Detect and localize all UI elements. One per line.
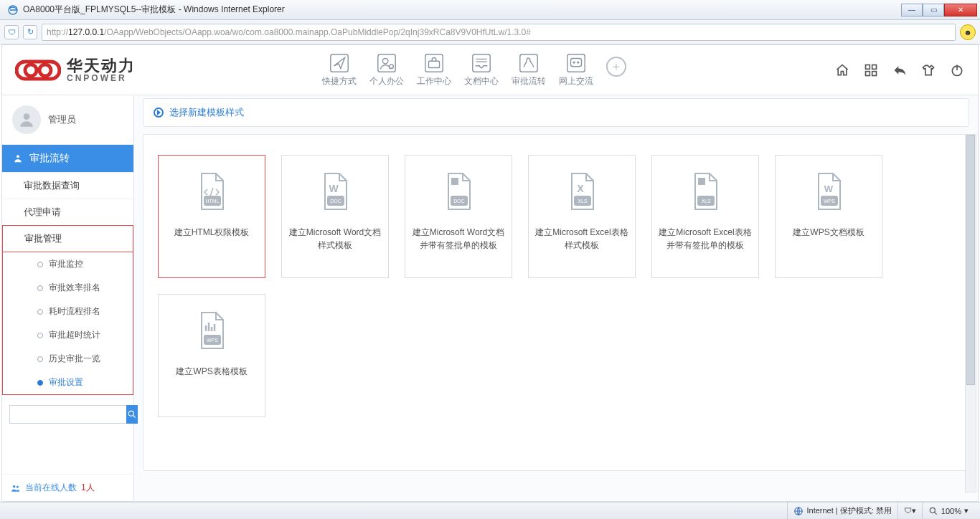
person-icon — [12, 153, 24, 164]
sidebar-item-query[interactable]: 审批数据查询 — [2, 172, 133, 199]
user-block: 管理员 — [2, 95, 133, 145]
reply-icon[interactable] — [892, 62, 908, 78]
sidebar-sub-rank[interactable]: 审批效率排名 — [3, 276, 133, 300]
window-titlebar: OA8000平台版_FPLMYSQL5--审批模板 - Windows Inte… — [0, 0, 980, 20]
sidebar-sub-timeout[interactable]: 审批超时统计 — [3, 323, 133, 347]
svg-text:WPS: WPS — [207, 338, 218, 343]
sidebar-submenu: 审批监控 审批效率排名 耗时流程排名 审批超时统计 历史审批一览 审批设置 — [2, 252, 133, 395]
card-label: 建立HTML权限模板 — [174, 226, 250, 239]
card-label: 建立WPS文档模板 — [793, 226, 864, 239]
nav-label: 工作中心 — [417, 75, 451, 87]
search-input[interactable] — [9, 405, 126, 424]
app-body: 华天动力 CNPOWER 快捷方式 个人办公 工作中心 文档中心 — [1, 44, 979, 502]
nav-quick[interactable]: 快捷方式 — [322, 52, 357, 87]
card-excel-template[interactable]: XXLS 建立Microsoft Excel表格样式模板 — [528, 155, 636, 278]
wps-sheet-file-icon: WPS — [194, 308, 229, 355]
svg-text:HTML: HTML — [205, 199, 219, 204]
sidebar-item-manage[interactable]: 审批管理 — [2, 225, 133, 252]
sidebar-sub-monitor[interactable]: 审批监控 — [3, 252, 133, 276]
nav-approval[interactable]: 审批流转 — [512, 52, 546, 87]
chat-icon — [565, 52, 587, 74]
scrollbar-thumb[interactable] — [966, 135, 975, 385]
avatar — [12, 105, 41, 134]
card-wps-doc-template[interactable]: WWPS 建立WPS文档模板 — [775, 155, 882, 278]
svg-point-3 — [39, 65, 51, 76]
svg-text:XLS: XLS — [701, 199, 711, 204]
power-icon[interactable] — [949, 62, 965, 78]
status-protected-mode-icon[interactable]: 🛡▾ — [897, 503, 922, 519]
excel-sign-file-icon: XLS — [688, 168, 722, 216]
shirt-icon[interactable] — [920, 62, 936, 78]
content: 选择新建模板样式 HTML 建立HTML权限模板 WDOC 建立Microsof… — [134, 95, 978, 501]
nav-label: 网上交流 — [559, 75, 593, 87]
nav-label: 个人办公 — [369, 75, 404, 87]
svg-rect-8 — [425, 54, 443, 72]
maximize-button[interactable]: ▭ — [923, 4, 944, 16]
content-scrollbar[interactable] — [965, 134, 976, 492]
address-bar[interactable]: http:// 127.0.0.1 /OAapp/WebObjects/OAap… — [42, 24, 956, 41]
card-html-template[interactable]: HTML 建立HTML权限模板 — [158, 155, 265, 278]
nav-add-button[interactable]: ＋ — [606, 57, 626, 77]
nav-workcenter[interactable]: 工作中心 — [417, 52, 451, 87]
url-scheme: http:// — [47, 27, 68, 37]
window-controls: — ▭ ✕ — [901, 4, 977, 16]
sidebar-search — [9, 405, 126, 424]
sidebar-sub-slow[interactable]: 耗时流程排名 — [3, 300, 133, 323]
top-nav: 快捷方式 个人办公 工作中心 文档中心 审批流转 网上交流 ＋ — [322, 52, 626, 87]
arrow-circle-icon — [154, 108, 164, 118]
svg-text:W: W — [329, 183, 339, 194]
status-zoom[interactable]: 100% ▾ — [922, 503, 974, 519]
svg-point-46 — [930, 508, 935, 513]
card-word-sign-template[interactable]: DOC 建立Microsoft Word文档并带有签批单的模板 — [405, 155, 512, 278]
card-word-template[interactable]: WDOC 建立Microsoft Word文档样式模板 — [281, 155, 389, 278]
nav-label: 审批流转 — [512, 75, 546, 87]
svg-text:DOC: DOC — [453, 199, 465, 204]
tray-icon — [471, 52, 492, 74]
svg-point-21 — [24, 113, 30, 120]
svg-rect-9 — [429, 61, 440, 67]
svg-rect-12 — [567, 54, 585, 72]
card-wps-sheet-template[interactable]: WPS 建立WPS表格模板 — [158, 294, 265, 417]
svg-point-6 — [382, 58, 388, 64]
home-icon[interactable] — [834, 62, 850, 78]
sidebar-item-proxy[interactable]: 代理申请 — [2, 199, 133, 225]
nav-online[interactable]: 网上交流 — [559, 52, 593, 87]
logo-mark-icon — [15, 57, 61, 83]
url-host: 127.0.0.1 — [68, 27, 104, 37]
svg-point-15 — [578, 62, 579, 63]
sidebar-sub-history[interactable]: 历史审批一览 — [3, 347, 133, 371]
sidebar-category-approval[interactable]: 审批流转 — [2, 145, 133, 172]
minimize-button[interactable]: — — [901, 4, 923, 16]
svg-text:X: X — [577, 183, 584, 194]
panel-heading: 选择新建模板样式 — [143, 98, 969, 127]
paper-plane-icon — [329, 52, 350, 74]
svg-rect-16 — [866, 65, 870, 69]
online-count: 1人 — [81, 482, 95, 494]
card-label: 建立Microsoft Word文档并带有签批单的模板 — [411, 226, 506, 252]
template-cards: HTML 建立HTML权限模板 WDOC 建立Microsoft Word文档样… — [158, 155, 954, 417]
refresh-icon[interactable]: ↻ — [23, 25, 37, 39]
svg-text:XLS: XLS — [578, 199, 588, 204]
svg-text:DOC: DOC — [330, 199, 341, 204]
window-title: OA8000平台版_FPLMYSQL5--审批模板 - Windows Inte… — [23, 4, 901, 16]
url-path: /OAapp/WebObjects/OAapp.woa/wo/com.oa800… — [104, 27, 531, 37]
security-badge[interactable]: 🛡 — [4, 25, 19, 39]
address-bar-row: 🛡 ↻ http:// 127.0.0.1 /OAapp/WebObjects/… — [0, 20, 980, 44]
globe-icon — [793, 506, 804, 516]
nav-label: 文档中心 — [464, 75, 499, 87]
nav-label: 快捷方式 — [322, 75, 357, 87]
ie-icon — [7, 4, 19, 16]
close-button[interactable]: ✕ — [944, 4, 977, 16]
nav-doccenter[interactable]: 文档中心 — [464, 52, 499, 87]
logo-text-en: CNPOWER — [67, 74, 136, 82]
nav-personal[interactable]: 个人办公 — [369, 52, 404, 87]
card-excel-sign-template[interactable]: XLS 建立Microsoft Excel表格并带有签批单的模板 — [651, 155, 759, 278]
zoom-icon — [928, 506, 938, 516]
word-sign-file-icon: DOC — [441, 168, 476, 216]
apps-icon[interactable] — [863, 62, 879, 78]
status-zone[interactable]: Internet | 保护模式: 禁用 — [787, 503, 897, 519]
wps-doc-file-icon: WWPS — [811, 168, 846, 216]
svg-point-2 — [25, 65, 37, 76]
compat-view-icon[interactable]: ☻ — [960, 24, 976, 40]
briefcase-icon — [423, 52, 445, 74]
